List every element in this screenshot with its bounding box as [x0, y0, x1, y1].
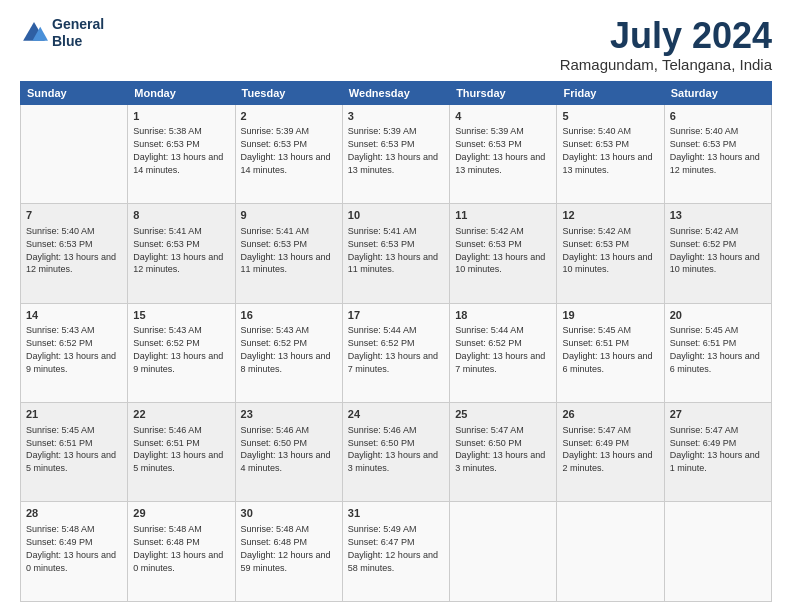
day-header-friday: Friday	[557, 81, 664, 104]
day-number: 1	[133, 109, 229, 124]
day-number: 7	[26, 208, 122, 223]
day-info: Sunrise: 5:41 AMSunset: 6:53 PMDaylight:…	[241, 226, 331, 274]
day-info: Sunrise: 5:42 AMSunset: 6:53 PMDaylight:…	[455, 226, 545, 274]
calendar-cell: 15Sunrise: 5:43 AMSunset: 6:52 PMDayligh…	[128, 303, 235, 402]
week-row-4: 21Sunrise: 5:45 AMSunset: 6:51 PMDayligh…	[21, 403, 772, 502]
day-number: 23	[241, 407, 337, 422]
calendar-cell	[450, 502, 557, 602]
calendar-cell: 24Sunrise: 5:46 AMSunset: 6:50 PMDayligh…	[342, 403, 449, 502]
calendar-cell: 23Sunrise: 5:46 AMSunset: 6:50 PMDayligh…	[235, 403, 342, 502]
calendar-table: SundayMondayTuesdayWednesdayThursdayFrid…	[20, 81, 772, 602]
calendar-cell: 29Sunrise: 5:48 AMSunset: 6:48 PMDayligh…	[128, 502, 235, 602]
week-row-1: 1Sunrise: 5:38 AMSunset: 6:53 PMDaylight…	[21, 104, 772, 203]
day-header-thursday: Thursday	[450, 81, 557, 104]
logo: General Blue	[20, 16, 104, 50]
logo-icon	[20, 19, 48, 47]
day-number: 24	[348, 407, 444, 422]
day-info: Sunrise: 5:39 AMSunset: 6:53 PMDaylight:…	[348, 126, 438, 174]
day-header-saturday: Saturday	[664, 81, 771, 104]
day-info: Sunrise: 5:46 AMSunset: 6:51 PMDaylight:…	[133, 425, 223, 473]
calendar-body: 1Sunrise: 5:38 AMSunset: 6:53 PMDaylight…	[21, 104, 772, 601]
main-title: July 2024	[560, 16, 772, 56]
day-number: 12	[562, 208, 658, 223]
day-info: Sunrise: 5:47 AMSunset: 6:49 PMDaylight:…	[562, 425, 652, 473]
day-info: Sunrise: 5:43 AMSunset: 6:52 PMDaylight:…	[133, 325, 223, 373]
calendar-cell: 27Sunrise: 5:47 AMSunset: 6:49 PMDayligh…	[664, 403, 771, 502]
day-number: 8	[133, 208, 229, 223]
day-info: Sunrise: 5:48 AMSunset: 6:48 PMDaylight:…	[241, 524, 331, 572]
calendar-cell: 9Sunrise: 5:41 AMSunset: 6:53 PMDaylight…	[235, 204, 342, 303]
day-number: 17	[348, 308, 444, 323]
day-number: 29	[133, 506, 229, 521]
week-row-5: 28Sunrise: 5:48 AMSunset: 6:49 PMDayligh…	[21, 502, 772, 602]
calendar-cell: 26Sunrise: 5:47 AMSunset: 6:49 PMDayligh…	[557, 403, 664, 502]
header: General Blue July 2024 Ramagundam, Telan…	[20, 16, 772, 73]
day-info: Sunrise: 5:46 AMSunset: 6:50 PMDaylight:…	[348, 425, 438, 473]
calendar-cell: 31Sunrise: 5:49 AMSunset: 6:47 PMDayligh…	[342, 502, 449, 602]
day-number: 13	[670, 208, 766, 223]
day-info: Sunrise: 5:42 AMSunset: 6:53 PMDaylight:…	[562, 226, 652, 274]
day-info: Sunrise: 5:41 AMSunset: 6:53 PMDaylight:…	[348, 226, 438, 274]
calendar-cell: 19Sunrise: 5:45 AMSunset: 6:51 PMDayligh…	[557, 303, 664, 402]
day-number: 21	[26, 407, 122, 422]
day-number: 6	[670, 109, 766, 124]
day-number: 3	[348, 109, 444, 124]
day-number: 16	[241, 308, 337, 323]
calendar-cell: 30Sunrise: 5:48 AMSunset: 6:48 PMDayligh…	[235, 502, 342, 602]
calendar-cell: 13Sunrise: 5:42 AMSunset: 6:52 PMDayligh…	[664, 204, 771, 303]
day-number: 2	[241, 109, 337, 124]
day-info: Sunrise: 5:40 AMSunset: 6:53 PMDaylight:…	[26, 226, 116, 274]
day-number: 20	[670, 308, 766, 323]
calendar-cell: 11Sunrise: 5:42 AMSunset: 6:53 PMDayligh…	[450, 204, 557, 303]
title-block: July 2024 Ramagundam, Telangana, India	[560, 16, 772, 73]
day-info: Sunrise: 5:40 AMSunset: 6:53 PMDaylight:…	[562, 126, 652, 174]
calendar-cell: 16Sunrise: 5:43 AMSunset: 6:52 PMDayligh…	[235, 303, 342, 402]
day-number: 28	[26, 506, 122, 521]
calendar-cell: 3Sunrise: 5:39 AMSunset: 6:53 PMDaylight…	[342, 104, 449, 203]
calendar-cell: 2Sunrise: 5:39 AMSunset: 6:53 PMDaylight…	[235, 104, 342, 203]
day-info: Sunrise: 5:40 AMSunset: 6:53 PMDaylight:…	[670, 126, 760, 174]
day-header-tuesday: Tuesday	[235, 81, 342, 104]
calendar-cell	[21, 104, 128, 203]
week-row-3: 14Sunrise: 5:43 AMSunset: 6:52 PMDayligh…	[21, 303, 772, 402]
day-info: Sunrise: 5:45 AMSunset: 6:51 PMDaylight:…	[26, 425, 116, 473]
page: General Blue July 2024 Ramagundam, Telan…	[0, 0, 792, 612]
week-row-2: 7Sunrise: 5:40 AMSunset: 6:53 PMDaylight…	[21, 204, 772, 303]
calendar-cell: 20Sunrise: 5:45 AMSunset: 6:51 PMDayligh…	[664, 303, 771, 402]
calendar-cell	[664, 502, 771, 602]
day-info: Sunrise: 5:42 AMSunset: 6:52 PMDaylight:…	[670, 226, 760, 274]
day-number: 18	[455, 308, 551, 323]
calendar-cell: 28Sunrise: 5:48 AMSunset: 6:49 PMDayligh…	[21, 502, 128, 602]
calendar-cell: 12Sunrise: 5:42 AMSunset: 6:53 PMDayligh…	[557, 204, 664, 303]
calendar-cell: 25Sunrise: 5:47 AMSunset: 6:50 PMDayligh…	[450, 403, 557, 502]
day-number: 10	[348, 208, 444, 223]
day-header-monday: Monday	[128, 81, 235, 104]
day-info: Sunrise: 5:47 AMSunset: 6:49 PMDaylight:…	[670, 425, 760, 473]
day-info: Sunrise: 5:45 AMSunset: 6:51 PMDaylight:…	[670, 325, 760, 373]
calendar-cell: 4Sunrise: 5:39 AMSunset: 6:53 PMDaylight…	[450, 104, 557, 203]
day-number: 19	[562, 308, 658, 323]
calendar-cell: 22Sunrise: 5:46 AMSunset: 6:51 PMDayligh…	[128, 403, 235, 502]
day-info: Sunrise: 5:47 AMSunset: 6:50 PMDaylight:…	[455, 425, 545, 473]
calendar-cell: 8Sunrise: 5:41 AMSunset: 6:53 PMDaylight…	[128, 204, 235, 303]
day-info: Sunrise: 5:46 AMSunset: 6:50 PMDaylight:…	[241, 425, 331, 473]
calendar-cell: 5Sunrise: 5:40 AMSunset: 6:53 PMDaylight…	[557, 104, 664, 203]
calendar-cell: 18Sunrise: 5:44 AMSunset: 6:52 PMDayligh…	[450, 303, 557, 402]
calendar-header-row: SundayMondayTuesdayWednesdayThursdayFrid…	[21, 81, 772, 104]
day-info: Sunrise: 5:44 AMSunset: 6:52 PMDaylight:…	[455, 325, 545, 373]
day-number: 22	[133, 407, 229, 422]
day-header-sunday: Sunday	[21, 81, 128, 104]
day-number: 9	[241, 208, 337, 223]
day-info: Sunrise: 5:48 AMSunset: 6:48 PMDaylight:…	[133, 524, 223, 572]
day-number: 14	[26, 308, 122, 323]
day-number: 11	[455, 208, 551, 223]
day-number: 15	[133, 308, 229, 323]
day-info: Sunrise: 5:39 AMSunset: 6:53 PMDaylight:…	[455, 126, 545, 174]
day-info: Sunrise: 5:43 AMSunset: 6:52 PMDaylight:…	[26, 325, 116, 373]
day-info: Sunrise: 5:38 AMSunset: 6:53 PMDaylight:…	[133, 126, 223, 174]
calendar-cell: 6Sunrise: 5:40 AMSunset: 6:53 PMDaylight…	[664, 104, 771, 203]
day-header-wednesday: Wednesday	[342, 81, 449, 104]
day-info: Sunrise: 5:39 AMSunset: 6:53 PMDaylight:…	[241, 126, 331, 174]
day-info: Sunrise: 5:43 AMSunset: 6:52 PMDaylight:…	[241, 325, 331, 373]
calendar-cell: 21Sunrise: 5:45 AMSunset: 6:51 PMDayligh…	[21, 403, 128, 502]
